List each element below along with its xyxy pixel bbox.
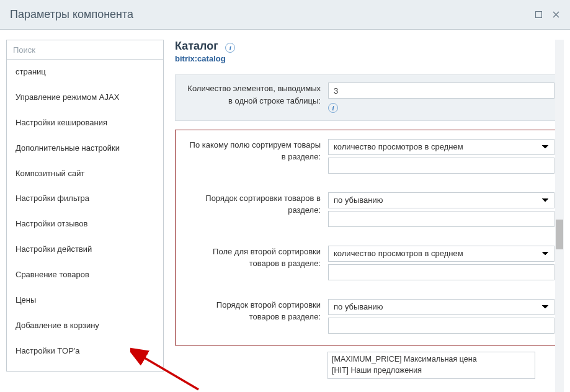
search-input[interactable] — [13, 45, 157, 55]
sidebar-item[interactable]: Дополнительные настройки — [7, 136, 163, 161]
main-header: Каталог i bitrix:catalog — [175, 40, 564, 63]
sidebar-list[interactable]: страниц Управление режимом AJAX Настройк… — [6, 60, 164, 372]
bottom-multiselect-wrap: [MAXIMUM_PRICE] Максимальная цена [HIT] … — [327, 352, 564, 379]
page-title: Каталог — [175, 40, 218, 52]
multiselect-option[interactable]: [MAXIMUM_PRICE] Максимальная цена — [332, 354, 531, 365]
sort2-order-select[interactable]: по убыванию — [328, 299, 554, 315]
maximize-button[interactable] — [534, 11, 543, 19]
sort1-field-select[interactable]: количество просмотров в среднем — [328, 139, 554, 155]
form-label: Порядок сортировки товаров в разделе: — [184, 192, 328, 216]
sort2-order-input[interactable] — [328, 318, 554, 334]
close-button[interactable] — [551, 11, 560, 19]
component-name: bitrix:catalog — [175, 54, 564, 63]
form-row-sort2-field: Поле для второй сортировки товаров в раз… — [184, 246, 554, 283]
titlebar: Параметры компонента — [0, 0, 570, 30]
sidebar-item[interactable]: Настройки списка разделов — [7, 364, 163, 372]
svg-rect-0 — [535, 12, 541, 18]
sort1-field-input[interactable] — [328, 158, 554, 174]
sort2-field-select[interactable]: количество просмотров в среднем — [328, 246, 554, 262]
sidebar-item[interactable]: Цены — [7, 288, 163, 313]
form-label: По какому полю сортируем товары в раздел… — [184, 139, 328, 163]
sidebar-item[interactable]: Управление режимом AJAX — [7, 85, 163, 110]
sidebar-item[interactable]: страниц — [7, 60, 163, 85]
sidebar-item[interactable]: Настройки действий — [7, 237, 163, 262]
form-row-sort1-field: По какому полю сортируем товары в раздел… — [184, 139, 554, 176]
main-panel: Каталог i bitrix:catalog Количество элем… — [164, 40, 564, 392]
bottom-multiselect[interactable]: [MAXIMUM_PRICE] Максимальная цена [HIT] … — [327, 352, 535, 379]
form-field: i — [328, 82, 554, 113]
form-row-sort1-order: Порядок сортировки товаров в разделе: по… — [184, 192, 554, 229]
sidebar-item[interactable]: Настройки фильтра — [7, 186, 163, 212]
form-row-sort2-order: Порядок второй сортировки товаров в разд… — [184, 299, 554, 336]
sidebar-item[interactable]: Сравнение товаров — [7, 262, 163, 288]
scroll-thumb[interactable] — [556, 220, 563, 249]
info-icon[interactable]: i — [225, 43, 235, 53]
sidebar-item[interactable]: Композитный сайт — [7, 161, 163, 187]
sidebar-item[interactable]: Настройки кеширования — [7, 110, 163, 136]
count-input[interactable] — [328, 82, 554, 99]
info-icon[interactable]: i — [328, 103, 338, 113]
sort1-order-select[interactable]: по убыванию — [328, 192, 554, 208]
form-label: Порядок второй сортировки товаров в разд… — [184, 299, 328, 323]
multiselect-option[interactable]: [HIT] Наши предложения — [332, 365, 531, 376]
form-label: Количество элементов, выводимых в одной … — [184, 82, 328, 107]
sort1-order-input[interactable] — [328, 211, 554, 227]
form-field: по убыванию — [328, 192, 554, 229]
highlight-box: По какому полю сортируем товары в раздел… — [175, 130, 564, 345]
sidebar-item[interactable]: Настройки отзывов — [7, 212, 163, 237]
content-area: страниц Управление режимом AJAX Настройк… — [0, 30, 570, 392]
sidebar: страниц Управление режимом AJAX Настройк… — [6, 40, 164, 392]
form-field: по убыванию — [328, 299, 554, 336]
sidebar-item[interactable]: Добавление в корзину — [7, 313, 163, 339]
main-scrollbar[interactable] — [555, 40, 564, 392]
form-field: количество просмотров в среднем — [328, 246, 554, 283]
window-controls — [534, 11, 560, 19]
sort2-field-input[interactable] — [328, 264, 554, 280]
form-label: Поле для второй сортировки товаров в раз… — [184, 246, 328, 270]
square-icon — [535, 11, 542, 18]
window-title: Параметры компонента — [10, 8, 534, 21]
close-icon — [553, 11, 559, 18]
form-field: количество просмотров в среднем — [328, 139, 554, 176]
sidebar-item[interactable]: Настройки TOP'а — [7, 339, 163, 364]
search-box — [6, 40, 164, 60]
form-box-count: Количество элементов, выводимых в одной … — [175, 74, 564, 121]
